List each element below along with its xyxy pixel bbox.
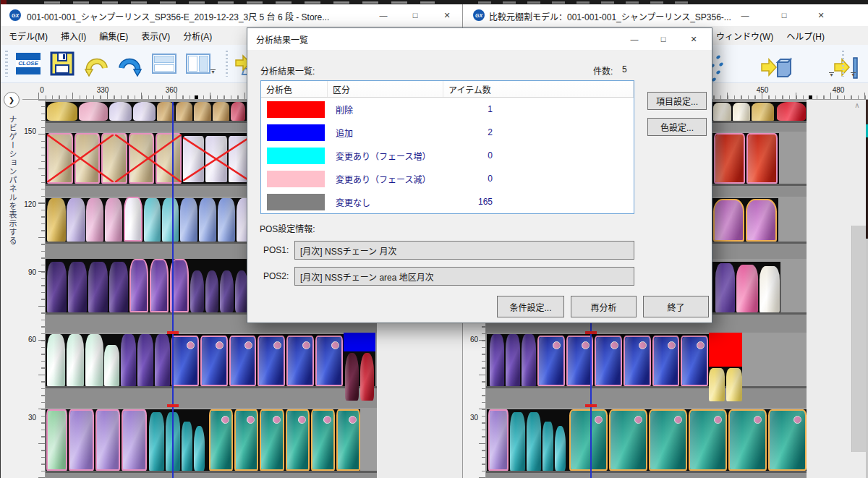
product-facing[interactable]	[205, 270, 219, 312]
product-facing[interactable]	[260, 409, 284, 471]
product-facing[interactable]	[86, 198, 103, 242]
product-facing[interactable]	[199, 198, 216, 242]
product-facing[interactable]	[79, 102, 108, 121]
split-vertical-icon[interactable]: ▾	[184, 49, 212, 78]
product-facing[interactable]	[67, 334, 85, 386]
product-group[interactable]	[69, 409, 147, 471]
product-group[interactable]	[183, 136, 250, 182]
product-facing[interactable]	[171, 336, 199, 386]
product-group[interactable]	[209, 409, 360, 471]
analysis-results-table[interactable]: 分析色区分アイテム数削除1追加2変更あり（フェース増）0変更あり（フェース減）0…	[260, 80, 634, 214]
product-facing[interactable]	[156, 133, 182, 184]
product-facing[interactable]	[488, 409, 509, 471]
product-group[interactable]	[537, 336, 708, 386]
product-facing[interactable]	[522, 334, 536, 386]
menu-item-モデル(M)[interactable]: モデル(M)	[2, 27, 54, 45]
product-group[interactable]	[715, 263, 735, 312]
product-facing[interactable]	[121, 334, 136, 386]
product-facing[interactable]	[47, 102, 77, 121]
product-facing[interactable]	[75, 133, 101, 184]
product-facing[interactable]	[176, 102, 193, 121]
product-facing[interactable]	[69, 409, 94, 471]
split-dropdown-caret[interactable]: ▾	[210, 69, 216, 74]
product-facing[interactable]	[183, 136, 204, 182]
product-group[interactable]	[79, 102, 108, 121]
product-group[interactable]	[752, 103, 774, 121]
product-group[interactable]	[777, 102, 806, 121]
product-facing[interactable]	[315, 336, 343, 386]
product-group[interactable]	[144, 198, 179, 242]
dialog-close-button[interactable]: ✕	[681, 30, 706, 48]
product-facing[interactable]	[194, 426, 205, 471]
product-group[interactable]	[129, 259, 189, 312]
product-facing[interactable]	[47, 198, 66, 242]
column-header-区分[interactable]: 区分	[328, 81, 443, 97]
product-facing[interactable]	[689, 409, 727, 471]
menu-item-ヘルプ(H)[interactable]: ヘルプ(H)	[780, 27, 831, 45]
product-group[interactable]	[47, 102, 77, 121]
push-to-shelf-blue-icon[interactable]	[760, 54, 792, 82]
product-group[interactable]	[182, 422, 192, 471]
product-facing[interactable]	[490, 334, 504, 386]
product-group[interactable]	[47, 262, 128, 312]
product-facing[interactable]	[336, 409, 360, 471]
table-row[interactable]: 変更なし165	[261, 190, 634, 213]
table-row[interactable]: 追加2	[261, 121, 634, 144]
product-facing[interactable]	[506, 334, 520, 386]
product-facing[interactable]	[213, 102, 230, 121]
product-group[interactable]	[171, 336, 343, 386]
product-facing[interactable]	[105, 198, 122, 242]
product-facing[interactable]	[220, 270, 234, 312]
redo-icon[interactable]	[116, 49, 144, 78]
product-facing[interactable]	[180, 198, 197, 242]
product-group[interactable]	[47, 198, 66, 242]
pos1-field[interactable]: [月次] NSSチェーン 月次	[294, 241, 634, 260]
product-facing[interactable]	[47, 334, 65, 386]
product-facing[interactable]	[768, 409, 807, 471]
undo-icon[interactable]	[82, 49, 110, 78]
product-facing[interactable]	[218, 198, 235, 242]
right-maximize-button[interactable]: □	[773, 6, 795, 25]
product-facing[interactable]	[209, 409, 233, 471]
product-facing[interactable]	[713, 103, 731, 121]
product-facing[interactable]	[124, 197, 142, 242]
product-group[interactable]	[490, 334, 536, 386]
product-group[interactable]	[569, 409, 807, 471]
product-facing[interactable]	[129, 259, 148, 312]
product-facing[interactable]	[95, 409, 121, 471]
product-facing[interactable]	[344, 333, 375, 351]
product-facing[interactable]	[360, 353, 374, 401]
product-facing[interactable]	[566, 336, 594, 386]
product-facing[interactable]	[149, 412, 164, 471]
condition-settings-button[interactable]: 条件設定...	[497, 296, 564, 317]
save-icon[interactable]	[48, 49, 76, 78]
product-facing[interactable]	[555, 426, 566, 471]
product-group[interactable]	[714, 133, 778, 184]
product-facing[interactable]	[47, 262, 67, 312]
table-row[interactable]: 削除1	[261, 98, 634, 121]
product-facing[interactable]	[46, 409, 67, 471]
product-group[interactable]	[149, 412, 180, 471]
product-facing[interactable]	[752, 103, 774, 121]
product-group[interactable]	[46, 409, 67, 471]
product-facing[interactable]	[170, 259, 189, 312]
left-vertical-ruler[interactable]: 150120906030	[22, 100, 46, 478]
split-horizontal-icon[interactable]	[150, 49, 178, 78]
push-to-divider-icon[interactable]	[833, 54, 862, 82]
product-facing[interactable]	[109, 102, 132, 121]
product-group[interactable]	[709, 333, 742, 367]
right-toolbar-caret-2[interactable]: ▾	[851, 72, 856, 77]
close-view-icon[interactable]: CLOSE	[14, 49, 42, 78]
product-facing[interactable]	[595, 336, 622, 386]
product-facing[interactable]	[728, 409, 767, 471]
left-minimize-button[interactable]: —	[373, 6, 394, 25]
product-group[interactable]	[345, 353, 359, 401]
product-facing[interactable]	[736, 265, 758, 312]
product-group[interactable]	[121, 334, 170, 386]
product-facing[interactable]	[286, 336, 314, 386]
column-header-アイテム数[interactable]: アイテム数	[443, 81, 634, 97]
product-group[interactable]	[510, 412, 541, 471]
product-facing[interactable]	[715, 263, 735, 312]
product-facing[interactable]	[258, 336, 285, 386]
product-facing[interactable]	[85, 334, 103, 386]
